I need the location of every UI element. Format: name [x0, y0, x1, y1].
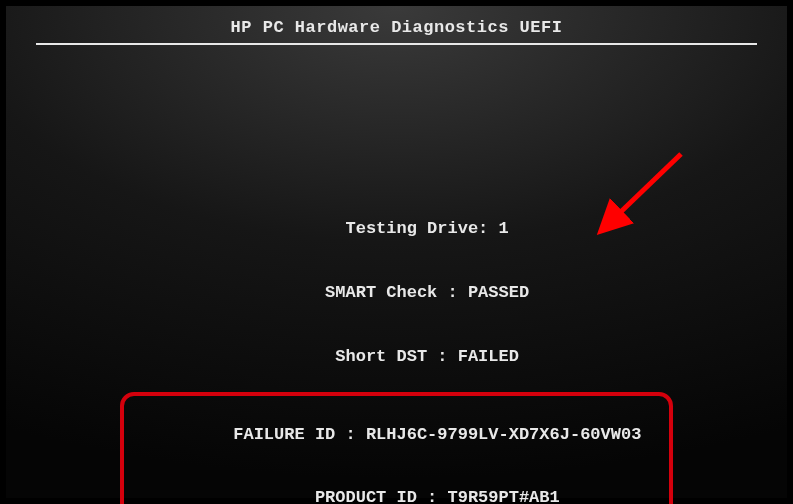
- testing-drive-label: Testing Drive:: [345, 219, 488, 238]
- product-id-label: PRODUCT ID :: [315, 488, 437, 504]
- testing-drive-value: 1: [499, 219, 509, 238]
- smart-check-row: SMART Check : PASSED: [26, 261, 767, 325]
- bios-screen: HP PC Hardware Diagnostics UEFI Testing …: [6, 6, 787, 498]
- failure-id-value: RLHJ6C-9799LV-XD7X6J-60VW03: [366, 425, 641, 444]
- short-dst-row: Short DST : FAILED: [26, 325, 767, 389]
- title-divider: [36, 43, 757, 45]
- short-dst-value: FAILED: [458, 347, 519, 366]
- failure-highlight-box: FAILURE ID : RLHJ6C-9799LV-XD7X6J-60VW03…: [120, 392, 674, 504]
- failure-id-row: FAILURE ID : RLHJ6C-9799LV-XD7X6J-60VW03: [152, 402, 642, 466]
- failure-id-label: FAILURE ID :: [233, 425, 355, 444]
- test-results: Testing Drive: 1 SMART Check : PASSED Sh…: [26, 197, 767, 504]
- smart-check-label: SMART Check :: [325, 283, 458, 302]
- short-dst-label: Short DST :: [335, 347, 447, 366]
- testing-drive-row: Testing Drive: 1: [26, 197, 767, 261]
- smart-check-value: PASSED: [468, 283, 529, 302]
- product-id-value: T9R59PT#AB1: [448, 488, 560, 504]
- page-title: HP PC Hardware Diagnostics UEFI: [26, 18, 767, 37]
- product-id-row: PRODUCT ID : T9R59PT#AB1: [152, 466, 642, 504]
